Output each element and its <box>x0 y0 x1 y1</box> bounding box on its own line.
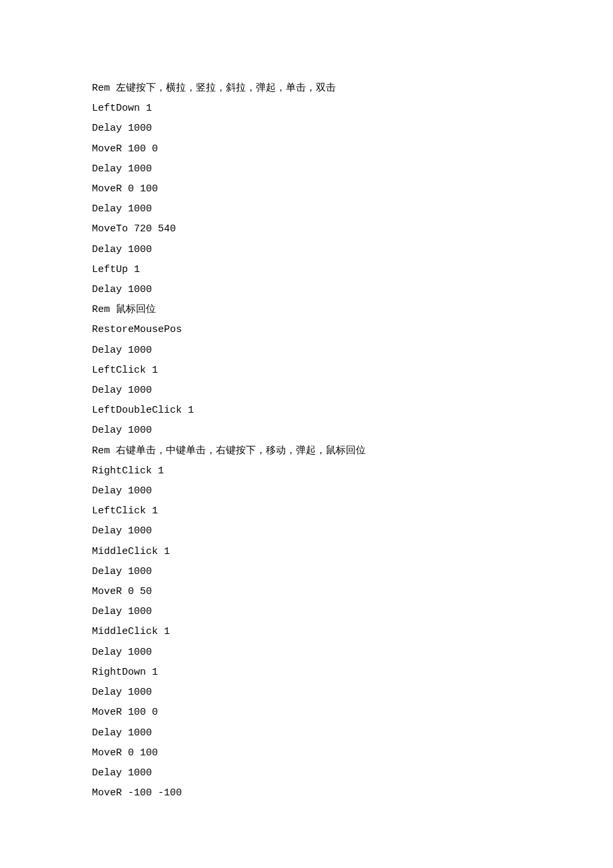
code-line: Delay 1000 <box>92 683 613 703</box>
document-page: Rem 左键按下，横拉，竖拉，斜拉，弹起，单击，双击 LeftDown 1 De… <box>0 0 613 803</box>
code-line: Rem 右键单击，中键单击，右键按下，移动，弹起，鼠标回位 <box>92 441 613 461</box>
code-line: Delay 1000 <box>92 240 613 260</box>
code-line: MoveTo 720 540 <box>92 219 613 239</box>
code-line: MoveR 0 100 <box>92 179 613 199</box>
code-line: Delay 1000 <box>92 199 613 219</box>
code-line: Delay 1000 <box>92 280 613 300</box>
code-line: MoveR 0 50 <box>92 582 613 602</box>
code-line: LeftClick 1 <box>92 501 613 521</box>
code-line: Delay 1000 <box>92 602 613 622</box>
code-line: Delay 1000 <box>92 381 613 401</box>
code-line: LeftUp 1 <box>92 260 613 280</box>
code-line: Delay 1000 <box>92 562 613 582</box>
code-line: LeftDown 1 <box>92 99 613 119</box>
code-line: Delay 1000 <box>92 341 613 361</box>
code-line: Delay 1000 <box>92 521 613 541</box>
code-line: Delay 1000 <box>92 723 613 743</box>
code-line: Rem 鼠标回位 <box>92 300 613 320</box>
code-line: MiddleClick 1 <box>92 622 613 642</box>
code-line: LeftDoubleClick 1 <box>92 401 613 421</box>
code-line: RightClick 1 <box>92 461 613 481</box>
code-line: Delay 1000 <box>92 159 613 179</box>
code-line: Delay 1000 <box>92 119 613 139</box>
code-line: LeftClick 1 <box>92 361 613 381</box>
code-line: RestoreMousePos <box>92 320 613 340</box>
code-line: MoveR 100 0 <box>92 703 613 723</box>
code-line: RightDown 1 <box>92 663 613 683</box>
code-line: Delay 1000 <box>92 481 613 501</box>
code-line: MoveR -100 -100 <box>92 783 613 803</box>
code-line: Delay 1000 <box>92 643 613 663</box>
code-line: MoveR 100 0 <box>92 139 613 159</box>
code-line: Delay 1000 <box>92 763 613 783</box>
code-line: Delay 1000 <box>92 421 613 441</box>
code-line: MoveR 0 100 <box>92 743 613 763</box>
code-line: Rem 左键按下，横拉，竖拉，斜拉，弹起，单击，双击 <box>92 79 613 99</box>
code-line: MiddleClick 1 <box>92 542 613 562</box>
